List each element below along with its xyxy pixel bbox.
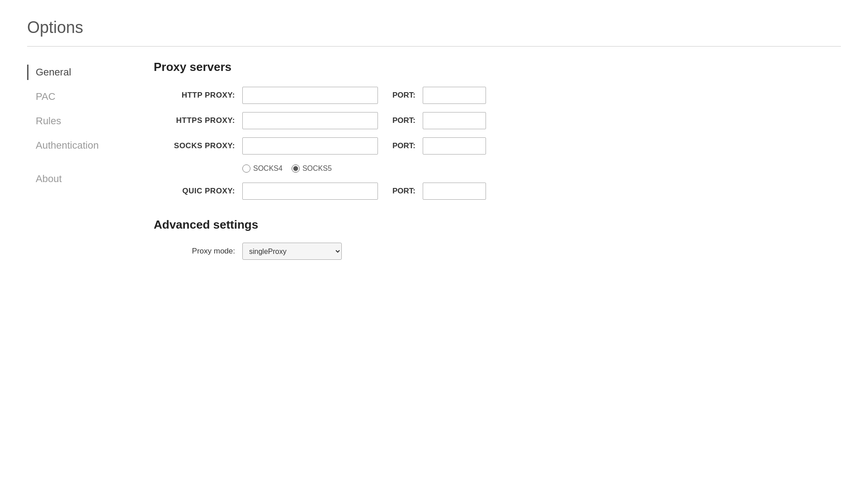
socks-version-row: SOCKS4 SOCKS5 (242, 164, 841, 173)
socks5-label: SOCKS5 (302, 164, 332, 173)
quic-proxy-input[interactable] (242, 183, 378, 200)
socks-proxy-label: SOCKS PROXY: (154, 141, 235, 150)
proxy-servers-title: Proxy servers (154, 60, 841, 74)
socks-port-input[interactable] (423, 137, 486, 155)
socks-port-label: PORT: (392, 141, 415, 150)
page-title: Options (27, 18, 841, 37)
http-port-input[interactable] (423, 87, 486, 104)
proxy-mode-select[interactable]: singleProxy fixedServers pacScript direc… (242, 243, 342, 260)
https-port-input[interactable] (423, 112, 486, 129)
socks-proxy-input[interactable] (242, 137, 378, 155)
http-port-label: PORT: (392, 91, 415, 100)
advanced-settings-title: Advanced settings (154, 218, 841, 232)
https-proxy-label: HTTPS PROXY: (154, 116, 235, 125)
http-proxy-row: HTTP PROXY: PORT: (154, 87, 841, 104)
http-proxy-input[interactable] (242, 87, 378, 104)
https-proxy-input[interactable] (242, 112, 378, 129)
sidebar-item-pac[interactable]: PAC (27, 89, 127, 104)
socks5-option[interactable]: SOCKS5 (292, 164, 332, 173)
divider (27, 46, 841, 47)
page-container: Options General PAC Rules Authentication… (0, 0, 868, 488)
proxy-form: HTTP PROXY: PORT: HTTPS PROXY: PORT: SOC… (154, 87, 841, 200)
socks-proxy-row: SOCKS PROXY: PORT: (154, 137, 841, 155)
sidebar-item-rules[interactable]: Rules (27, 113, 127, 129)
proxy-mode-label: Proxy mode: (154, 247, 235, 256)
https-proxy-row: HTTPS PROXY: PORT: (154, 112, 841, 129)
quic-port-label: PORT: (392, 187, 415, 196)
sidebar: General PAC Rules Authentication About (27, 60, 127, 260)
http-proxy-label: HTTP PROXY: (154, 91, 235, 100)
socks4-radio[interactable] (242, 164, 250, 173)
advanced-settings-section: Advanced settings Proxy mode: singleProx… (154, 218, 841, 260)
https-port-label: PORT: (392, 116, 415, 125)
socks5-radio[interactable] (292, 164, 300, 173)
socks4-option[interactable]: SOCKS4 (242, 164, 283, 173)
sidebar-item-about[interactable]: About (27, 171, 127, 187)
quic-port-input[interactable] (423, 183, 486, 200)
quic-proxy-row: QUIC PROXY: PORT: (154, 183, 841, 200)
sidebar-item-authentication[interactable]: Authentication (27, 138, 127, 153)
content-area: Proxy servers HTTP PROXY: PORT: HTTPS PR… (154, 60, 841, 260)
proxy-mode-row: Proxy mode: singleProxy fixedServers pac… (154, 243, 841, 260)
socks4-label: SOCKS4 (253, 164, 283, 173)
sidebar-item-general[interactable]: General (27, 65, 127, 80)
quic-proxy-label: QUIC PROXY: (154, 187, 235, 196)
main-layout: General PAC Rules Authentication About P… (27, 60, 841, 260)
